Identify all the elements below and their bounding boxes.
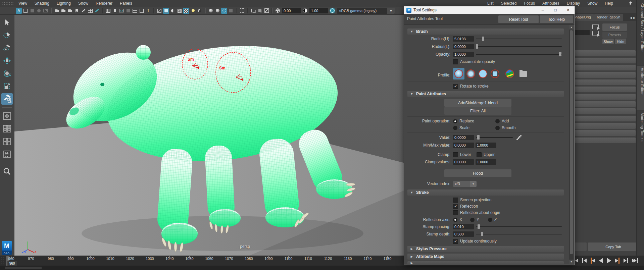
separator[interactable] <box>153 8 154 13</box>
rotate-tool-icon[interactable] <box>1 68 13 79</box>
pane-layout-single-icon[interactable] <box>1 110 13 122</box>
maximize-button[interactable]: □ <box>549 6 562 14</box>
step-forward-key-button[interactable] <box>615 258 620 264</box>
move-tool-icon[interactable] <box>1 55 13 66</box>
exposure-icon[interactable] <box>275 8 281 14</box>
menu-item[interactable]: View <box>15 0 30 6</box>
minimize-button[interactable]: – <box>536 6 549 14</box>
scroll-up-icon[interactable]: ▲ <box>569 25 574 30</box>
pin-icon[interactable] <box>628 1 633 6</box>
menu-item[interactable]: List <box>484 0 497 6</box>
lighting-icon[interactable] <box>190 8 196 14</box>
section-partial[interactable]: ▶ <box>407 261 564 264</box>
tab-scroll-left-icon[interactable]: ◀ <box>630 16 632 19</box>
menu-item[interactable]: Display <box>564 0 583 6</box>
draw-pen-icon[interactable] <box>94 8 100 14</box>
zoom-tool-icon[interactable] <box>1 166 13 177</box>
reflection-origin-checkbox[interactable] <box>453 210 458 215</box>
blend-node-button[interactable]: AdnSkinMerge1.blend <box>444 99 511 107</box>
radius-l-slider[interactable] <box>476 44 562 49</box>
lasso-tool-icon[interactable] <box>1 30 13 41</box>
menu-item[interactable]: Attributes <box>539 0 562 6</box>
menu-item[interactable]: Help <box>602 0 616 6</box>
buffer-a-icon[interactable] <box>250 8 256 14</box>
timeline-tick-label[interactable]: 1070 <box>219 256 239 261</box>
scroll-down-icon[interactable]: ▼ <box>569 260 574 264</box>
separator[interactable] <box>102 8 103 13</box>
profile-gaussian-icon[interactable] <box>453 68 464 79</box>
section-paint-attributes[interactable]: ▼ Paint Attributes <box>407 91 564 97</box>
rotate-to-stroke-checkbox[interactable]: ✓ <box>453 84 458 89</box>
scale-tool-icon[interactable] <box>1 80 13 92</box>
menu-item[interactable]: Panels <box>117 0 135 6</box>
collapsed-attribute-row[interactable] <box>575 123 636 129</box>
separator[interactable] <box>271 8 273 13</box>
antialias-icon[interactable] <box>221 8 227 14</box>
range-slider-handle[interactable] <box>5 267 42 269</box>
collapsed-attribute-row[interactable] <box>575 138 636 143</box>
accumulate-opacity-checkbox[interactable] <box>453 59 458 64</box>
radio-axis-x[interactable]: X <box>453 217 470 222</box>
isolate-select-icon[interactable] <box>239 8 245 14</box>
collapsed-attribute-row[interactable] <box>575 65 636 70</box>
lock-camera-icon[interactable] <box>60 8 66 14</box>
pane-layout-two-icon[interactable] <box>1 136 13 147</box>
menu-item[interactable]: Lighting <box>54 0 74 6</box>
camera-attributes-icon[interactable] <box>67 8 73 14</box>
pan-zoom-icon[interactable] <box>87 8 93 14</box>
stamp-spacing-field[interactable]: 0.010 <box>453 224 474 229</box>
range-slider[interactable] <box>0 266 644 270</box>
tab-modeling-toolkit[interactable]: Modeling Toolkit <box>637 111 644 155</box>
shadows-icon[interactable] <box>197 8 203 14</box>
timeline-tick-label[interactable]: 990 <box>61 256 81 261</box>
tab-scroll-right-icon[interactable]: ▶ <box>633 16 636 19</box>
timeline-tick-label[interactable]: 1090 <box>259 256 279 261</box>
opacity-field[interactable]: 1.0000 <box>453 52 474 57</box>
gate-mask-icon[interactable] <box>125 8 131 14</box>
collapsed-attribute-row[interactable] <box>575 58 636 63</box>
play-backwards-button[interactable] <box>599 258 603 263</box>
timeline-tick-label[interactable]: 1100 <box>279 256 298 261</box>
timeline-tick-label[interactable]: 1120 <box>318 256 338 261</box>
window-titlebar[interactable]: M Tool Settings – □ × <box>404 6 575 14</box>
timeline-tick-label[interactable]: 1010 <box>100 256 120 261</box>
filter-button[interactable]: Filter: All <box>444 107 511 115</box>
copy-tab-button[interactable]: Copy Tab <box>588 242 639 251</box>
reset-tool-button[interactable]: Reset Tool <box>498 15 539 23</box>
menu-item[interactable]: Focus <box>521 0 538 6</box>
collapsed-attribute-row[interactable] <box>575 79 636 85</box>
flood-button[interactable]: Flood <box>444 169 511 177</box>
max-value-field[interactable]: 1.0000 <box>476 143 496 148</box>
select-square-icon[interactable] <box>29 8 35 14</box>
menu-item[interactable]: Shading <box>32 0 52 6</box>
section-brush[interactable]: ▼ Brush <box>407 29 564 35</box>
panel-button-partial[interactable] <box>575 242 587 251</box>
xray-icon[interactable] <box>263 8 269 14</box>
tab-attribute-editor[interactable]: Attribute Editor <box>637 66 644 110</box>
copy-attributes-icon[interactable] <box>592 31 599 36</box>
show-button[interactable]: Show <box>602 39 614 44</box>
play-forwards-button[interactable] <box>607 258 611 263</box>
clamp-upper-checkbox[interactable]: Upper <box>477 152 495 157</box>
smooth-shade-icon[interactable] <box>163 8 169 14</box>
paint-attributes-tool-icon[interactable] <box>1 93 13 105</box>
radio-smooth[interactable]: Smooth <box>495 125 515 130</box>
chevron-down-icon[interactable]: ▾ <box>387 8 395 14</box>
step-back-frame-button[interactable] <box>582 258 587 263</box>
value-slider[interactable] <box>476 135 513 140</box>
buffer-b-icon[interactable] <box>257 8 263 14</box>
collapsed-attribute-row[interactable] <box>575 94 636 100</box>
menu-item[interactable]: Show <box>75 0 91 6</box>
eyedropper-icon[interactable] <box>515 134 522 141</box>
vector-index-dropdown[interactable]: x/R ▾ <box>453 181 477 187</box>
timeline-tick-label[interactable]: 1040 <box>160 256 180 261</box>
update-continuously-checkbox[interactable]: ✓ <box>453 239 458 244</box>
select-border-icon[interactable] <box>22 8 29 14</box>
timeline-tick-label[interactable]: 980 <box>41 256 61 261</box>
default-material-icon[interactable] <box>170 8 176 14</box>
clamp-min-field[interactable]: 0.0000 <box>453 159 474 165</box>
radius-u-slider[interactable] <box>476 37 562 41</box>
timeline-tick-label[interactable]: 970 <box>21 256 41 261</box>
profile-soft-icon[interactable] <box>465 68 477 79</box>
radio-axis-z[interactable]: Z <box>488 217 497 222</box>
